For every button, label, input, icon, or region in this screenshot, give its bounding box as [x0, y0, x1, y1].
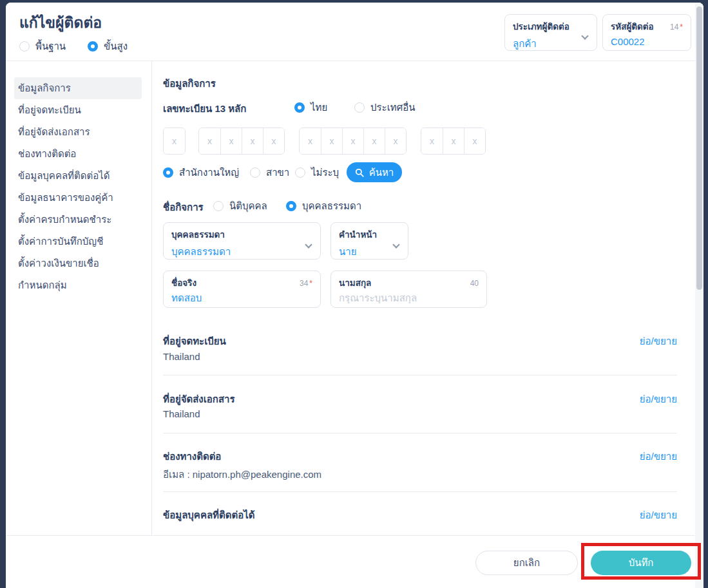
business-name-label: ชื่อกิจการ: [163, 200, 204, 215]
contact-channel-toggle-link[interactable]: ย่อ/ขยาย: [640, 449, 677, 464]
contact-type-select[interactable]: ประเภทผู้ติดต่อ ลูกค้า: [504, 14, 597, 51]
first-name-label: ชื่อจริง: [171, 276, 196, 290]
form-content: ข้อมูลกิจการ เลขทะเบียน 13 หลัก ไทย ประเ…: [153, 61, 694, 535]
tax-id-digit-input[interactable]: [300, 128, 321, 154]
contact-channel-heading: ช่องทางติดต่อ: [163, 449, 221, 464]
radio-selected-icon: [88, 41, 98, 52]
mode-basic-radio[interactable]: พื้นฐาน: [19, 39, 66, 54]
tax-id-digit-input[interactable]: [443, 128, 464, 154]
tax-id-group-1: [163, 128, 186, 155]
radio-unselected-icon: [250, 167, 260, 178]
document-address-content: Thailand: [163, 408, 200, 419]
tax-id-digit-input[interactable]: [421, 128, 443, 154]
cancel-button[interactable]: ยกเลิก: [475, 551, 578, 575]
contact-persons-heading: ข้อมูลบุคคลที่ติดต่อได้: [163, 507, 255, 523]
required-asterisk: *: [309, 279, 312, 288]
last-name-input[interactable]: [339, 292, 479, 303]
juristic-person-label: นิติบุคคล: [229, 198, 267, 214]
radio-unselected-icon: [213, 201, 224, 211]
radio-unselected-icon: [295, 167, 305, 178]
contact-code-value: C00022: [611, 36, 683, 47]
contact-code-counter: 14*: [670, 23, 683, 32]
screen-background: แก้ไขผู้ติดต่อ พื้นฐาน ขั้นสูง ประเภทผู้…: [0, 0, 708, 588]
office-branch-label: สาขา: [266, 165, 289, 180]
tax-id-digit-input[interactable]: [363, 128, 385, 154]
section-divider: [163, 375, 677, 375]
office-branch-radio[interactable]: สาขา: [250, 165, 289, 180]
modal-footer: ยกเลิก บันทึก: [6, 536, 703, 588]
section-divider: [163, 433, 677, 433]
tax-id-group-3: [299, 128, 407, 155]
contact-persons-toggle-link[interactable]: ย่อ/ขยาย: [640, 507, 677, 523]
mode-radio-group: พื้นฐาน ขั้นสูง: [19, 39, 128, 54]
first-name-counter: 34*: [300, 279, 312, 288]
settings-sidebar: ข้อมูลกิจการ ที่อยู่จดทะเบียน ที่อยู่จัด…: [6, 61, 152, 535]
sidebar-item-credit-limit-settings[interactable]: ตั้งค่าวงเงินขายเชื่อ: [14, 252, 142, 274]
contact-type-label: ประเภทผู้ติดต่อ: [513, 19, 569, 33]
registered-address-heading: ที่อยู่จดทะเบียน: [163, 334, 226, 349]
tax-id-digit-input[interactable]: [199, 128, 220, 154]
sidebar-item-accounting-settings[interactable]: ตั้งค่าการบันทึกบัญชี: [14, 231, 142, 252]
first-name-field[interactable]: ชื่อจริง 34*: [163, 270, 321, 308]
title-prefix-label: คำนำหน้า: [339, 227, 377, 242]
save-button[interactable]: บันทึก: [591, 551, 691, 575]
sidebar-item-business-info[interactable]: ข้อมูลกิจการ: [14, 77, 142, 99]
tax-id-digit-input[interactable]: [385, 128, 406, 154]
registered-address-toggle-link[interactable]: ย่อ/ขยาย: [640, 334, 677, 349]
person-type-select[interactable]: บุคคลธรรมดา บุคคลธรรมดา: [163, 222, 321, 260]
sidebar-item-document-delivery-address[interactable]: ที่อยู่จัดส่งเอกสาร: [14, 121, 142, 143]
first-name-input[interactable]: [171, 292, 312, 303]
radio-unselected-icon: [19, 41, 30, 52]
tax-id-digit-input[interactable]: [164, 128, 185, 154]
search-icon: [355, 168, 364, 177]
office-main-label: สำนักงานใหญ่: [179, 165, 239, 180]
tax-id-digit-input[interactable]: [263, 128, 284, 154]
tax-id-digit-input[interactable]: [342, 128, 363, 154]
contact-channel-content: อีเมล : nipatorn.ph@peakengine.com: [163, 467, 321, 482]
modal-header: แก้ไขผู้ติดต่อ พื้นฐาน ขั้นสูง ประเภทผู้…: [6, 3, 703, 61]
natural-person-radio[interactable]: บุคคลธรรมดา: [286, 198, 361, 214]
mode-basic-label: พื้นฐาน: [35, 39, 66, 54]
office-unspecified-radio[interactable]: ไม่ระบุ: [295, 165, 339, 180]
sidebar-item-payment-due-settings[interactable]: ตั้งค่าครบกำหนดชำระ: [14, 209, 142, 231]
tax-id-group-2: [198, 128, 285, 155]
edit-contact-modal: แก้ไขผู้ติดต่อ พื้นฐาน ขั้นสูง ประเภทผู้…: [6, 3, 703, 588]
registered-address-content: Thailand: [163, 351, 200, 362]
mode-advanced-label: ขั้นสูง: [104, 39, 128, 54]
person-type-label: บุคคลธรรมดา: [171, 227, 225, 242]
title-prefix-select[interactable]: คำนำหน้า นาย: [330, 222, 408, 260]
sidebar-item-group-settings[interactable]: กำหนดกลุ่ม: [14, 274, 142, 296]
radio-selected-icon: [163, 167, 173, 178]
tax-id-digit-input[interactable]: [220, 128, 242, 154]
juristic-person-radio[interactable]: นิติบุคคล: [213, 198, 267, 214]
person-type-value: บุคคลธรรมดา: [171, 244, 312, 260]
radio-selected-icon: [294, 102, 305, 113]
mode-advanced-radio[interactable]: ขั้นสูง: [88, 39, 128, 54]
sidebar-item-registered-address[interactable]: ที่อยู่จดทะเบียน: [14, 99, 142, 121]
sidebar-item-partner-bank-info[interactable]: ข้อมูลธนาคารของคู่ค้า: [14, 187, 142, 209]
scrollbar-track[interactable]: [695, 3, 703, 588]
search-button[interactable]: ค้นหา: [347, 162, 402, 182]
scrollbar-thumb[interactable]: [696, 6, 702, 290]
tax-id-group-4: [421, 128, 486, 155]
country-thai-label: ไทย: [311, 100, 327, 115]
sidebar-item-contact-persons[interactable]: ข้อมูลบุคคลที่ติดต่อได้: [14, 165, 142, 187]
last-name-label: นามสกุล: [339, 276, 371, 290]
last-name-field[interactable]: นามสกุล 40: [330, 270, 487, 308]
office-unspecified-label: ไม่ระบุ: [311, 165, 339, 180]
office-main-radio[interactable]: สำนักงานใหญ่: [163, 165, 239, 180]
tax-id-digit-input[interactable]: [242, 128, 263, 154]
sidebar-item-contact-channels[interactable]: ช่องทางติดต่อ: [14, 143, 142, 165]
country-other-label: ประเทศอื่น: [370, 100, 415, 115]
page-title: แก้ไขผู้ติดต่อ: [19, 11, 102, 34]
country-other-radio[interactable]: ประเทศอื่น: [354, 100, 415, 115]
country-thai-radio[interactable]: ไทย: [294, 100, 327, 115]
natural-person-label: บุคคลธรรมดา: [302, 198, 361, 214]
contact-code-field[interactable]: รหัสผู้ติดต่อ 14* C00022: [602, 14, 691, 51]
search-button-label: ค้นหา: [369, 165, 394, 180]
document-address-toggle-link[interactable]: ย่อ/ขยาย: [640, 392, 677, 407]
tax-id-digit-input[interactable]: [321, 128, 342, 154]
contact-type-value: ลูกค้า: [513, 36, 589, 52]
tax-id-digit-input[interactable]: [464, 128, 485, 154]
business-info-heading: ข้อมูลกิจการ: [163, 76, 216, 91]
